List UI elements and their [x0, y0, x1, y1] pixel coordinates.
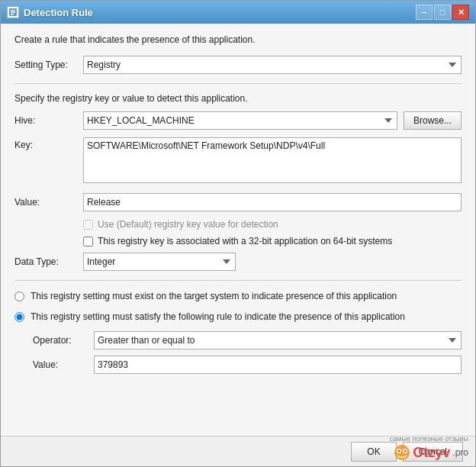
maximize-button[interactable]: □ — [434, 5, 451, 20]
key-control: SOFTWARE\Microsoft\NET Framework Setup\N… — [83, 137, 462, 185]
radio2-label: This registry setting must satisfy the f… — [31, 311, 405, 324]
intro-text: Create a rule that indicates the presenc… — [14, 34, 462, 45]
setting-type-control: Registry File System Windows Installer — [83, 56, 462, 74]
setting-type-select[interactable]: Registry File System Windows Installer — [83, 56, 462, 74]
value-row: Value: — [14, 193, 462, 211]
checkbox-default-row: Use (Default) registry key value for det… — [83, 219, 462, 230]
operator-select[interactable]: Equals Not equals Greater than Greater t… — [94, 331, 462, 349]
checkbox-default[interactable] — [83, 220, 93, 230]
value2-input[interactable] — [94, 356, 462, 374]
minimize-button[interactable]: – — [416, 5, 433, 20]
radio2[interactable] — [14, 312, 24, 322]
title-bar: Detection Rule – □ ✕ — [1, 1, 475, 24]
watermark-logo-name: Otzyv — [413, 445, 450, 461]
svg-point-7 — [398, 450, 400, 453]
checkbox-32bit-label: This registry key is associated with a 3… — [98, 236, 392, 246]
hive-row: Hive: HKEY_LOCAL_MACHINE HKEY_CURRENT_US… — [14, 111, 462, 130]
value2-row: Value: — [33, 356, 462, 374]
data-type-label: Data Type: — [14, 256, 83, 267]
watermark: самые полезные отзывы Otzyv .pro — [390, 435, 468, 461]
watermark-logo-icon — [394, 444, 410, 461]
content-area: Create a rule that indicates the presenc… — [1, 24, 475, 436]
setting-type-row: Setting Type: Registry File System Windo… — [14, 56, 462, 74]
value-control — [83, 193, 462, 211]
watermark-tagline: самые полезные отзывы — [390, 435, 468, 443]
hive-control: HKEY_LOCAL_MACHINE HKEY_CURRENT_USER HKE… — [83, 111, 462, 130]
data-type-row: Data Type: Integer String Version Boolea… — [14, 253, 462, 271]
section-label: Specify the registry key or value to det… — [14, 93, 462, 104]
value-input[interactable] — [83, 193, 462, 211]
key-textarea[interactable]: SOFTWARE\Microsoft\NET Framework Setup\N… — [83, 137, 462, 183]
watermark-logo-domain: .pro — [452, 447, 468, 458]
app-icon — [7, 6, 19, 18]
watermark-logo: Otzyv .pro — [394, 444, 468, 461]
checkbox-default-label: Use (Default) registry key value for det… — [98, 219, 278, 230]
title-bar-buttons: – □ ✕ — [416, 5, 469, 20]
svg-rect-1 — [11, 10, 15, 11]
close-button[interactable]: ✕ — [452, 5, 469, 20]
detection-rule-window: Detection Rule – □ ✕ Create a rule that … — [0, 0, 476, 467]
svg-rect-3 — [11, 14, 14, 15]
radio1[interactable] — [14, 291, 24, 301]
operator-value-section: Operator: Equals Not equals Greater than… — [33, 331, 462, 374]
hive-label: Hive: — [14, 115, 83, 126]
hive-select[interactable]: HKEY_LOCAL_MACHINE HKEY_CURRENT_USER HKE… — [83, 111, 397, 130]
operator-label: Operator: — [33, 335, 94, 346]
value-label: Value: — [14, 197, 83, 208]
value2-label: Value: — [33, 359, 94, 370]
setting-type-label: Setting Type: — [14, 60, 83, 70]
title-bar-left: Detection Rule — [7, 6, 93, 18]
key-label: Key: — [14, 137, 83, 150]
divider-1 — [14, 83, 462, 84]
checkbox-32bit[interactable] — [83, 237, 93, 246]
divider-2 — [14, 280, 462, 281]
browse-button[interactable]: Browse... — [404, 111, 462, 130]
operator-row: Operator: Equals Not equals Greater than… — [33, 331, 462, 349]
svg-point-8 — [404, 450, 407, 453]
radio1-label: This registry setting must exist on the … — [31, 290, 397, 303]
radio2-row: This registry setting must satisfy the f… — [14, 311, 462, 324]
svg-rect-2 — [11, 12, 15, 14]
key-row: Key: SOFTWARE\Microsoft\NET Framework Se… — [14, 137, 462, 185]
checkbox-32bit-row: This registry key is associated with a 3… — [83, 236, 462, 246]
radio1-row: This registry setting must exist on the … — [14, 290, 462, 303]
data-type-select[interactable]: Integer String Version Boolean — [83, 253, 236, 271]
data-type-control: Integer String Version Boolean — [83, 253, 462, 271]
radio-section: This registry setting must exist on the … — [14, 290, 462, 374]
window-title: Detection Rule — [24, 7, 93, 18]
